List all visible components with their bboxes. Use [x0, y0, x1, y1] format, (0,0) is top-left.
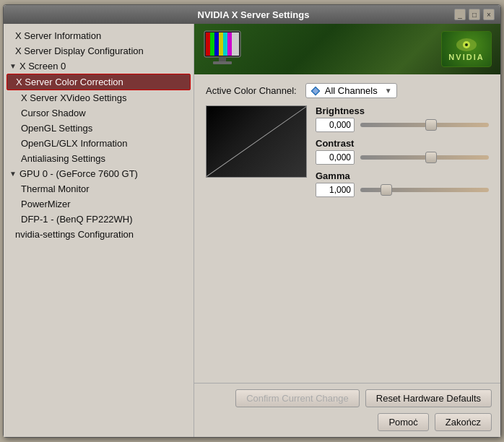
expand-icon-gpu: ▼	[9, 170, 17, 178]
svg-rect-7	[227, 32, 232, 56]
contrast-label: Contrast	[316, 138, 489, 149]
channel-select-value: All Channels	[325, 85, 378, 96]
main-area: X Server Information X Server Display Co…	[4, 24, 500, 437]
svg-rect-10	[213, 61, 232, 64]
svg-rect-3	[210, 32, 214, 56]
window-controls: _ □ ×	[454, 9, 495, 20]
nvidia-brand-text: NVIDIA	[448, 53, 484, 61]
content-area: Active Color Channel: All Channels ▼	[194, 74, 500, 383]
svg-rect-2	[206, 32, 210, 56]
color-preview	[206, 105, 307, 178]
brightness-track[interactable]	[360, 123, 489, 127]
sidebar-group-gpu-0[interactable]: ▼ GPU 0 - (GeForce 7600 GT)	[4, 166, 194, 181]
channel-dropdown-icon: ▼	[385, 87, 392, 95]
svg-rect-9	[219, 57, 226, 61]
sidebar-item-antialiasing[interactable]: Antialiasing Settings	[4, 151, 194, 166]
titlebar: NVIDIA X Server Settings _ □ ×	[4, 5, 500, 24]
close-button[interactable]: ×	[483, 9, 495, 20]
channel-select[interactable]: All Channels ▼	[305, 83, 397, 98]
contrast-track[interactable]	[360, 155, 489, 160]
sidebar-item-dfp-1[interactable]: DFP-1 - (BenQ FP222WH)	[4, 212, 194, 227]
two-column-layout: Brightness Contrast	[206, 105, 489, 374]
sidebar-item-x-server-info[interactable]: X Server Information	[4, 28, 194, 43]
brightness-value[interactable]	[316, 118, 355, 132]
sliders-panel: Brightness Contrast	[316, 105, 489, 374]
svg-rect-4	[214, 32, 219, 56]
sidebar-item-x-display-config[interactable]: X Server Display Configuration	[4, 43, 194, 58]
sidebar-group-label: X Screen 0	[19, 61, 66, 72]
sidebar-item-powermizer[interactable]: PowerMizer	[4, 196, 194, 212]
channel-diamond-icon	[310, 86, 321, 96]
nvidia-eye-icon	[455, 37, 478, 53]
close-button-bottom[interactable]: Zakończ	[435, 413, 492, 431]
sidebar-item-opengl-glx[interactable]: OpenGL/GLX Information	[4, 136, 194, 151]
window-title: NVIDIA X Server Settings	[53, 9, 454, 20]
contrast-thumb[interactable]	[425, 152, 437, 163]
gamma-slider-row	[316, 183, 489, 197]
brightness-group: Brightness	[316, 105, 489, 132]
right-panel: NVIDIA Active Color Channel: All Channel…	[194, 24, 500, 437]
svg-rect-6	[223, 32, 227, 56]
gamma-thumb[interactable]	[381, 184, 392, 196]
bottom-buttons: Confirm Current Change Reset Hardware De…	[194, 383, 500, 437]
main-window: NVIDIA X Server Settings _ □ × X Server …	[3, 4, 501, 438]
sidebar: X Server Information X Server Display Co…	[4, 24, 194, 437]
contrast-value[interactable]	[316, 150, 355, 165]
header-banner: NVIDIA	[194, 24, 500, 74]
contrast-group: Contrast	[316, 138, 489, 165]
svg-rect-8	[232, 32, 239, 56]
color-channel-label: Active Color Channel:	[206, 85, 297, 96]
sidebar-item-x-xvideo[interactable]: X Server XVideo Settings	[4, 90, 194, 105]
minimize-button[interactable]: _	[454, 9, 466, 20]
sidebar-group-gpu-label: GPU 0 - (GeForce 7600 GT)	[19, 168, 138, 179]
gamma-label: Gamma	[316, 170, 489, 181]
expand-icon: ▼	[9, 62, 17, 70]
gamma-value[interactable]	[316, 183, 355, 197]
gamma-group: Gamma	[316, 170, 489, 197]
reset-defaults-button[interactable]: Reset Hardware Defaults	[365, 389, 492, 407]
dialog-buttons-row: Pomoċ Zakończ	[203, 413, 492, 431]
action-buttons-row: Confirm Current Change Reset Hardware De…	[203, 389, 492, 407]
sidebar-item-cursor-shadow[interactable]: Cursor Shadow	[4, 105, 194, 121]
brightness-label: Brightness	[316, 105, 489, 116]
contrast-slider-row	[316, 150, 489, 165]
confirm-change-button[interactable]: Confirm Current Change	[235, 389, 360, 407]
brightness-thumb[interactable]	[425, 119, 437, 131]
color-channel-row: Active Color Channel: All Channels ▼	[206, 83, 489, 98]
svg-rect-5	[219, 32, 223, 56]
nvidia-logo: NVIDIA	[441, 31, 492, 67]
help-button[interactable]: Pomoċ	[378, 413, 428, 431]
sidebar-item-x-color-correction[interactable]: X Server Color Correction	[6, 74, 191, 90]
preview-line	[206, 105, 307, 177]
maximize-button[interactable]: □	[469, 9, 480, 20]
sidebar-group-x-screen-0[interactable]: ▼ X Screen 0	[4, 58, 194, 74]
brightness-slider-row	[316, 118, 489, 132]
svg-point-13	[465, 43, 468, 46]
gamma-track[interactable]	[360, 188, 489, 192]
sidebar-item-opengl-settings[interactable]: OpenGL Settings	[4, 121, 194, 136]
monitor-icon	[203, 30, 242, 69]
sidebar-item-nvidia-config[interactable]: nvidia-settings Configuration	[4, 227, 194, 242]
sidebar-item-thermal-monitor[interactable]: Thermal Monitor	[4, 181, 194, 196]
